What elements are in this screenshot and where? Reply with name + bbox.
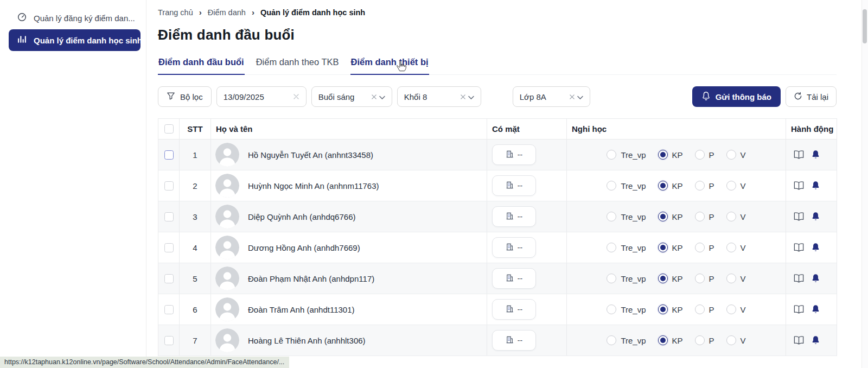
absence-radio-v[interactable]: V <box>726 212 746 221</box>
book-icon[interactable] <box>793 274 805 283</box>
book-icon[interactable] <box>793 212 805 221</box>
present-button[interactable]: -- <box>492 268 536 289</box>
sidebar-item-student-attendance[interactable]: Quản lý điểm danh học sinh <box>9 29 141 51</box>
bell-icon[interactable] <box>811 243 820 252</box>
clear-icon[interactable] <box>569 94 575 100</box>
absence-radio-v[interactable]: V <box>726 181 746 191</box>
bell-icon[interactable] <box>811 304 820 314</box>
row-checkbox[interactable] <box>164 212 174 221</box>
radio-icon[interactable] <box>695 212 705 221</box>
absence-radio-p[interactable]: P <box>695 150 714 160</box>
row-checkbox[interactable] <box>164 305 174 314</box>
absence-radio-v[interactable]: V <box>726 243 746 252</box>
radio-icon[interactable] <box>658 181 668 191</box>
absence-radio-trevp[interactable]: Tre_vp <box>607 150 646 160</box>
absence-radio-trevp[interactable]: Tre_vp <box>607 212 646 221</box>
absence-radio-kp[interactable]: KP <box>658 150 683 160</box>
present-button[interactable]: -- <box>492 175 536 196</box>
absence-radio-p[interactable]: P <box>695 304 714 314</box>
absence-radio-trevp[interactable]: Tre_vp <box>607 181 646 191</box>
clear-icon[interactable] <box>371 94 377 100</box>
radio-icon[interactable] <box>658 335 668 345</box>
absence-radio-kp[interactable]: KP <box>658 274 683 283</box>
row-checkbox[interactable] <box>164 336 174 345</box>
radio-icon[interactable] <box>607 243 616 252</box>
radio-icon[interactable] <box>726 243 736 252</box>
absence-radio-kp[interactable]: KP <box>658 181 683 191</box>
book-icon[interactable] <box>793 335 805 345</box>
breadcrumb-home[interactable]: Trang chủ <box>158 8 193 17</box>
radio-icon[interactable] <box>607 181 616 191</box>
radio-icon[interactable] <box>658 304 668 314</box>
absence-radio-trevp[interactable]: Tre_vp <box>607 274 646 283</box>
select-all-checkbox[interactable] <box>164 124 174 134</box>
clear-icon[interactable] <box>460 94 466 100</box>
absence-radio-trevp[interactable]: Tre_vp <box>607 243 646 252</box>
absence-radio-v[interactable]: V <box>726 304 746 314</box>
bell-icon[interactable] <box>811 274 820 283</box>
row-checkbox[interactable] <box>164 243 174 252</box>
radio-icon[interactable] <box>695 181 705 191</box>
radio-icon[interactable] <box>658 243 668 252</box>
present-button[interactable]: -- <box>492 206 536 227</box>
date-input[interactable]: 13/09/2025 <box>216 86 307 107</box>
book-icon[interactable] <box>793 150 805 160</box>
book-icon[interactable] <box>793 181 805 191</box>
absence-radio-p[interactable]: P <box>695 243 714 252</box>
absence-radio-trevp[interactable]: Tre_vp <box>607 335 646 345</box>
radio-icon[interactable] <box>726 304 736 314</box>
send-notification-button[interactable]: Gửi thông báo <box>692 86 781 107</box>
bell-icon[interactable] <box>811 150 820 160</box>
radio-icon[interactable] <box>726 212 736 221</box>
absence-radio-v[interactable]: V <box>726 335 746 345</box>
radio-icon[interactable] <box>658 150 668 160</box>
radio-icon[interactable] <box>695 304 705 314</box>
session-select[interactable]: Buổi sáng <box>311 86 392 107</box>
row-checkbox[interactable] <box>164 181 174 191</box>
reload-button[interactable]: Tải lại <box>786 86 837 107</box>
radio-icon[interactable] <box>607 274 616 283</box>
row-checkbox[interactable] <box>164 150 174 160</box>
scrollbar-track[interactable] <box>861 0 868 368</box>
absence-radio-v[interactable]: V <box>726 150 746 160</box>
absence-radio-kp[interactable]: KP <box>658 212 683 221</box>
sidebar-item-register-management[interactable]: Quản lý đăng ký điểm dan... <box>0 7 146 29</box>
radio-icon[interactable] <box>607 150 616 160</box>
radio-icon[interactable] <box>726 274 736 283</box>
filter-button[interactable]: Bộ lọc <box>158 86 212 107</box>
absence-radio-p[interactable]: P <box>695 181 714 191</box>
bell-icon[interactable] <box>811 335 820 345</box>
book-icon[interactable] <box>793 243 805 252</box>
tab-by-timetable[interactable]: Điểm danh theo TKB <box>256 57 340 74</box>
absence-radio-kp[interactable]: KP <box>658 243 683 252</box>
absence-radio-p[interactable]: P <box>695 335 714 345</box>
radio-icon[interactable] <box>726 150 736 160</box>
radio-icon[interactable] <box>607 335 616 345</box>
radio-icon[interactable] <box>695 150 705 160</box>
radio-icon[interactable] <box>658 274 668 283</box>
book-icon[interactable] <box>793 304 805 314</box>
tab-by-device[interactable]: Điểm danh thiết bị <box>350 57 429 74</box>
radio-icon[interactable] <box>726 181 736 191</box>
radio-icon[interactable] <box>695 274 705 283</box>
radio-icon[interactable] <box>607 304 616 314</box>
clear-icon[interactable] <box>293 93 299 100</box>
tab-start-session[interactable]: Điểm danh đầu buổi <box>158 57 245 74</box>
absence-radio-kp[interactable]: KP <box>658 335 683 345</box>
bell-icon[interactable] <box>811 181 820 191</box>
row-checkbox[interactable] <box>164 274 174 283</box>
present-button[interactable]: -- <box>492 144 536 165</box>
scrollbar-thumb[interactable] <box>863 9 867 43</box>
absence-radio-p[interactable]: P <box>695 274 714 283</box>
class-select[interactable]: Lớp 8A <box>513 86 590 107</box>
radio-icon[interactable] <box>695 243 705 252</box>
radio-icon[interactable] <box>607 212 616 221</box>
radio-icon[interactable] <box>726 335 736 345</box>
grade-select[interactable]: Khối 8 <box>397 86 481 107</box>
breadcrumb-attendance[interactable]: Điểm danh <box>208 8 246 17</box>
absence-radio-v[interactable]: V <box>726 274 746 283</box>
present-button[interactable]: -- <box>492 299 536 320</box>
present-button[interactable]: -- <box>492 330 536 351</box>
present-button[interactable]: -- <box>492 237 536 258</box>
absence-radio-p[interactable]: P <box>695 212 714 221</box>
